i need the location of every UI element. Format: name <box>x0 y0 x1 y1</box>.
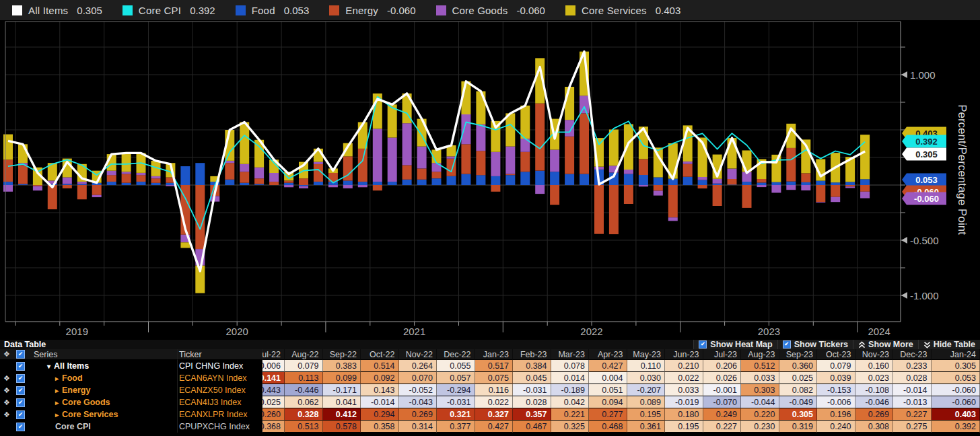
value-cell[interactable]: 0.092 <box>361 372 399 384</box>
value-cell[interactable]: 0.078 <box>551 360 590 372</box>
series-cell[interactable]: ▸Energy <box>30 384 178 396</box>
value-cell[interactable]: 0.361 <box>627 421 666 433</box>
value-cell[interactable]: -0.043 <box>399 396 438 408</box>
value-cell[interactable]: 0.030 <box>627 372 666 384</box>
value-cell[interactable]: 0.195 <box>627 408 666 421</box>
legend-item-all-items[interactable]: All Items 0.305 <box>12 5 102 16</box>
value-cell[interactable]: -0.006 <box>817 396 855 408</box>
value-cell[interactable]: 0.412 <box>323 408 361 421</box>
value-cell[interactable]: 0.517 <box>475 360 514 372</box>
ticker-cell[interactable]: ECANXLPR Index <box>178 408 262 421</box>
show-heat-map-toggle[interactable]: ✔ Show Heat Map <box>693 340 777 349</box>
value-cell[interactable]: 0.403 <box>932 408 980 421</box>
series-checkbox[interactable]: ✔ <box>13 421 30 433</box>
value-cell[interactable]: 0.512 <box>741 360 779 372</box>
value-cell[interactable]: 0.180 <box>665 408 703 421</box>
value-cell[interactable]: 0.277 <box>589 408 627 421</box>
value-cell[interactable]: 0.513 <box>285 421 323 433</box>
value-cell[interactable]: 0.230 <box>741 421 779 433</box>
value-cell[interactable]: 0.070 <box>399 372 438 384</box>
value-cell[interactable]: -0.060 <box>932 396 980 408</box>
value-cell[interactable]: 0.358 <box>361 421 399 433</box>
series-checkbox[interactable]: ✔ <box>13 372 30 384</box>
value-cell[interactable]: 0.057 <box>437 372 475 384</box>
checkbox-checked-icon[interactable]: ✔ <box>783 340 791 349</box>
value-cell[interactable]: -0.052 <box>399 384 438 396</box>
value-cell[interactable]: 0.269 <box>855 408 894 421</box>
value-cell[interactable]: 0.028 <box>513 396 551 408</box>
move-icon[interactable]: ❖ <box>0 349 13 360</box>
value-cell[interactable]: 0.249 <box>703 408 742 421</box>
series-checkbox[interactable]: ✔ <box>13 408 30 421</box>
series-cell[interactable]: Core CPI <box>30 421 178 433</box>
value-cell[interactable]: 0.427 <box>589 360 627 372</box>
value-cell[interactable]: 0.227 <box>893 408 932 421</box>
value-cell[interactable]: -0.443 <box>262 384 285 396</box>
value-cell[interactable]: 0.110 <box>627 360 666 372</box>
value-cell[interactable]: 0.328 <box>285 408 323 421</box>
legend-item-core-goods[interactable]: Core Goods -0.060 <box>436 5 545 16</box>
value-cell[interactable]: 0.221 <box>551 408 590 421</box>
legend-item-core-services[interactable]: Core Services 0.403 <box>565 5 680 16</box>
value-cell[interactable]: -0.060 <box>932 384 980 396</box>
value-cell[interactable]: 0.022 <box>475 396 514 408</box>
value-cell[interactable]: 0.160 <box>855 360 894 372</box>
expand-triangle-icon[interactable]: ▸ <box>55 411 59 419</box>
expand-triangle-icon[interactable]: ▸ <box>55 399 59 406</box>
value-cell[interactable]: 0.025 <box>779 372 818 384</box>
value-cell[interactable]: 0.275 <box>893 421 932 433</box>
value-cell[interactable]: 0.357 <box>513 408 551 421</box>
value-cell[interactable]: -0.013 <box>893 396 932 408</box>
checkbox-checked-icon[interactable]: ✔ <box>16 398 25 407</box>
value-cell[interactable]: 0.045 <box>513 372 551 384</box>
value-cell[interactable]: 0.028 <box>893 372 932 384</box>
value-cell[interactable]: -0.294 <box>437 384 475 396</box>
value-cell[interactable]: 0.260 <box>262 408 285 421</box>
value-cell[interactable]: 0.303 <box>741 384 779 396</box>
value-cell[interactable]: 0.305 <box>779 408 818 421</box>
show-more-button[interactable]: Show More <box>853 340 918 349</box>
value-cell[interactable]: 0.042 <box>551 396 590 408</box>
select-all-checkbox[interactable]: ✔ <box>13 349 30 360</box>
value-cell[interactable]: -0.001 <box>703 384 742 396</box>
value-cell[interactable]: 0.206 <box>703 360 742 372</box>
value-cell[interactable]: 0.383 <box>323 360 361 372</box>
series-name[interactable]: Core CPI <box>55 422 91 431</box>
hide-table-button[interactable]: Hide Table <box>918 340 980 349</box>
value-cell[interactable]: 0.392 <box>932 421 980 433</box>
value-cell[interactable]: -0.108 <box>855 384 894 396</box>
value-cell[interactable]: -0.070 <box>703 396 742 408</box>
value-cell[interactable]: 0.227 <box>703 421 742 433</box>
value-cell[interactable]: 0.113 <box>285 372 323 384</box>
value-cell[interactable]: -0.031 <box>513 384 551 396</box>
checkbox-checked-icon[interactable]: ✔ <box>16 423 25 431</box>
value-cell[interactable]: -0.446 <box>285 384 323 396</box>
value-cell[interactable]: -0.031 <box>437 396 475 408</box>
series-checkbox[interactable]: ✔ <box>13 396 30 408</box>
series-name[interactable]: Energy <box>62 386 90 395</box>
series-name[interactable]: Core Services <box>62 410 118 419</box>
value-cell[interactable]: 0.062 <box>285 396 323 408</box>
value-cell[interactable]: 0.233 <box>893 360 932 372</box>
checkbox-checked-icon[interactable]: ✔ <box>699 340 707 349</box>
value-cell[interactable]: 0.026 <box>703 372 742 384</box>
value-cell[interactable]: -0.171 <box>323 384 361 396</box>
value-cell[interactable]: 0.051 <box>589 384 627 396</box>
checkbox-checked-icon[interactable]: ✔ <box>16 386 25 395</box>
value-cell[interactable]: 0.033 <box>665 384 703 396</box>
value-cell[interactable]: 0.004 <box>589 372 627 384</box>
ticker-cell[interactable]: ECAN6AYN Index <box>178 372 262 384</box>
checkbox-checked-icon[interactable]: ✔ <box>16 374 25 383</box>
series-cell[interactable]: ▸Core Services <box>30 408 178 421</box>
value-cell[interactable]: 0.195 <box>665 421 703 433</box>
ticker-cell[interactable]: CPI CHNG Index <box>178 360 262 372</box>
ticker-cell[interactable]: CPUPXCHG Index <box>178 421 262 433</box>
value-cell[interactable]: 0.023 <box>855 372 894 384</box>
value-cell[interactable]: 0.143 <box>361 384 399 396</box>
value-cell[interactable]: 0.467 <box>513 421 551 433</box>
value-cell[interactable]: 0.014 <box>551 372 590 384</box>
value-cell[interactable]: 0.025 <box>262 396 285 408</box>
value-cell[interactable]: 0.325 <box>551 421 590 433</box>
show-tickers-toggle[interactable]: ✔ Show Tickers <box>777 340 853 349</box>
move-icon[interactable]: ❖ <box>0 396 13 408</box>
